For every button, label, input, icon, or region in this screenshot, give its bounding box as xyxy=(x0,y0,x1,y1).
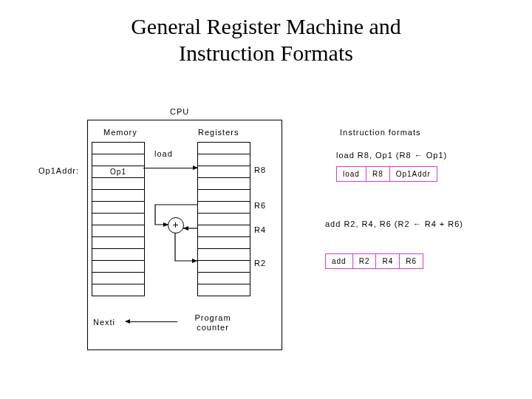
instruction-formats-header: Instruction formats xyxy=(340,128,420,137)
load-arrow xyxy=(143,168,197,168)
page-title: General Register Machine and Instruction… xyxy=(0,0,532,66)
fmt1-addr: Op1Addr xyxy=(390,167,437,181)
op1addr-label: Op1Addr: xyxy=(38,166,79,175)
pc-line-2: counter xyxy=(197,323,229,332)
cpu-label: CPU xyxy=(170,107,189,116)
memory-cell-op1: Op1 xyxy=(92,166,144,178)
add-instruction-format: add R2 R4 R6 xyxy=(325,253,423,269)
fmt1-reg: R8 xyxy=(366,167,390,181)
title-line-1: General Register Machine and xyxy=(131,14,401,38)
load-instruction-desc: load R8, Op1 (R8 ← Op1) xyxy=(336,151,447,160)
add-instruction-desc: add R2, R4, R6 (R2 ← R4 + R6) xyxy=(325,219,463,228)
fmt2-rs1: R4 xyxy=(376,254,400,268)
nexti-label: Nexti xyxy=(93,318,115,327)
pc-line-1: Program xyxy=(194,313,231,322)
pc-arrow xyxy=(126,321,177,322)
load-instruction-format: load R8 Op1Addr xyxy=(336,166,437,182)
fmt2-rd: R2 xyxy=(353,254,377,268)
r6-label: R6 xyxy=(254,201,266,210)
registers-block xyxy=(197,142,250,296)
registers-label: Registers xyxy=(198,128,239,137)
load-label: load xyxy=(154,149,173,158)
diagram: CPU Memory Op1 Op1Addr: Registers R8 R6 … xyxy=(0,96,532,392)
fmt1-opcode: load xyxy=(337,167,366,181)
r8-label: R8 xyxy=(254,166,266,174)
fmt2-opcode: add xyxy=(326,254,353,268)
r2-label: R2 xyxy=(254,259,266,267)
adder-circle: + xyxy=(168,217,184,233)
fmt2-rs2: R6 xyxy=(400,254,423,268)
r4-label: R4 xyxy=(254,225,266,234)
program-counter-label: Program counter xyxy=(183,313,242,332)
title-line-2: Instruction Formats xyxy=(179,41,353,65)
memory-label: Memory xyxy=(103,128,137,137)
memory-block: Op1 xyxy=(92,142,145,296)
